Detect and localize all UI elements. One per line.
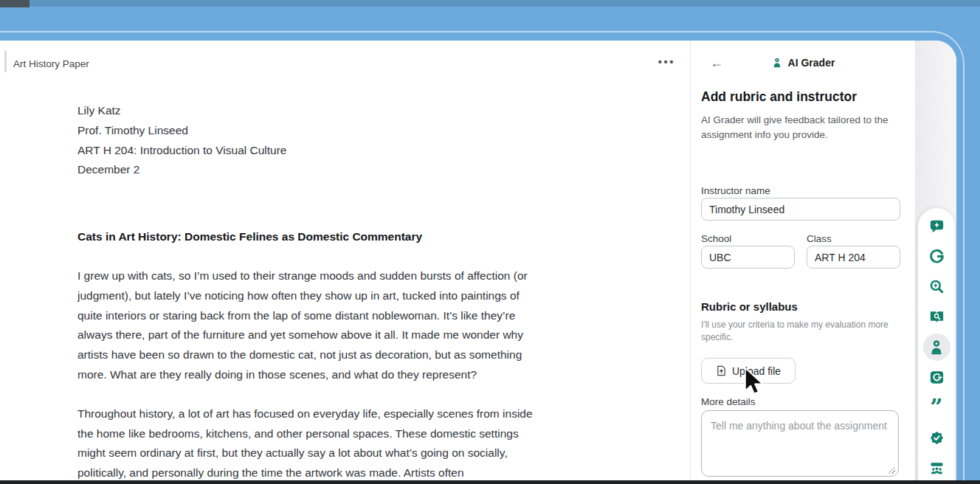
doc-header-line: December 2	[77, 160, 536, 180]
school-input[interactable]	[701, 246, 795, 269]
rubric-hint: I'll use your criteria to make my evalua…	[701, 319, 909, 344]
tool-rail-pill: ”	[918, 208, 955, 484]
video-letterbox-top	[0, 0, 980, 7]
video-scrubber-remnant	[0, 0, 30, 7]
doc-header-line: ART H 204: Introduction to Visual Cultur…	[77, 141, 536, 161]
instructor-name-input[interactable]	[701, 198, 900, 221]
doc-header-line: Lily Katz	[77, 101, 536, 121]
more-details-textarea[interactable]	[701, 410, 899, 477]
document-menu-dots[interactable]: •••	[654, 52, 680, 71]
upload-file-label: Upload file	[732, 365, 781, 377]
more-details-label: More details	[701, 396, 756, 407]
document-body: Lily Katz Prof. Timothy Linseed ART H 20…	[77, 101, 536, 483]
upload-file-button[interactable]: Upload file	[701, 358, 796, 384]
essay-paragraph: Throughout history, a lot of art has foc…	[77, 404, 536, 483]
audience-screen-icon[interactable]	[922, 453, 952, 483]
document-title[interactable]: Art History Paper	[13, 58, 89, 69]
panel-heading: Add rubric and instructor	[701, 89, 857, 105]
panel-title: AI Grader	[788, 57, 835, 69]
instructor-name-label: Instructor name	[701, 185, 770, 196]
quotation-icon[interactable]: ”	[922, 393, 952, 423]
essay-paragraph: I grew up with cats, so I’m used to thei…	[77, 266, 536, 385]
video-letterbox-bottom	[0, 480, 980, 484]
paraphrase-icon[interactable]	[922, 362, 952, 393]
class-input[interactable]	[807, 246, 900, 269]
essay-title: Cats in Art History: Domestic Felines as…	[77, 227, 536, 247]
search-sparkle-icon[interactable]	[922, 272, 952, 302]
doc-header-line: Prof. Timothy Linseed	[77, 121, 536, 141]
sidebar-collapse-handle[interactable]	[4, 50, 7, 72]
ai-grader-icon[interactable]	[922, 332, 952, 362]
panel-description: AI Grader will give feedback tailored to…	[701, 113, 905, 142]
upload-file-icon	[716, 365, 727, 376]
panel-header: AI Grader	[691, 57, 915, 69]
rubric-heading: Rubric or syllabus	[701, 300, 798, 313]
school-label: School	[701, 233, 731, 244]
book-search-icon[interactable]	[922, 302, 952, 332]
ai-grader-icon	[771, 57, 783, 69]
comment-sparkle-icon[interactable]	[922, 211, 952, 241]
ai-grader-panel: ← AI Grader Add rubric and instructor AI…	[691, 41, 915, 484]
document-area: Art History Paper ••• Lily Katz Prof. Ti…	[0, 41, 690, 484]
class-label: Class	[807, 233, 832, 244]
grammarly-g-icon[interactable]	[922, 241, 952, 272]
app-window: Art History Paper ••• Lily Katz Prof. Ti…	[0, 41, 956, 484]
tool-rail: ”	[915, 41, 956, 484]
badge-check-icon[interactable]	[922, 423, 952, 453]
